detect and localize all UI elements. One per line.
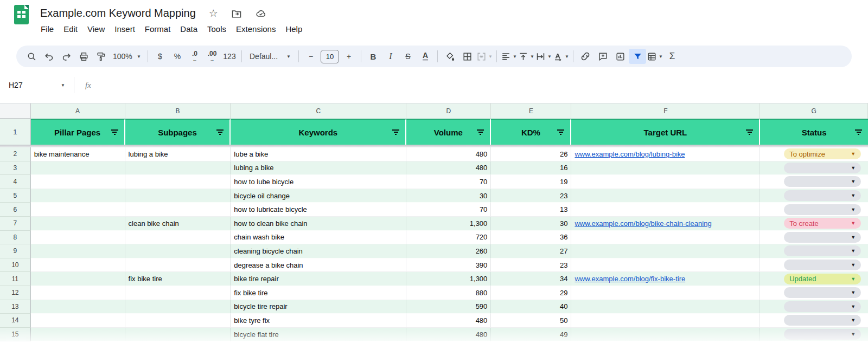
filter-button-icon[interactable] xyxy=(855,129,862,135)
keyword-cell[interactable]: lubing a bike xyxy=(231,161,406,176)
target-url-cell[interactable]: www.example.com/blog/bike-chain-cleaning xyxy=(571,217,760,231)
status-pill[interactable]: ▼ xyxy=(784,301,861,312)
target-url-cell[interactable] xyxy=(571,203,760,217)
status-pill[interactable]: ▼ xyxy=(784,315,861,326)
status-pill[interactable]: ▼ xyxy=(784,204,861,215)
status-cell[interactable]: ▼ xyxy=(760,189,868,203)
menu-insert[interactable]: Insert xyxy=(110,23,140,35)
menu-help[interactable]: Help xyxy=(280,23,307,35)
volume-cell[interactable]: 1,300 xyxy=(406,217,491,231)
paint-format-icon[interactable] xyxy=(92,49,110,64)
percent-format-button[interactable]: % xyxy=(169,49,186,64)
row-header-6[interactable]: 6 xyxy=(0,203,31,217)
status-dropdown-icon[interactable]: ▼ xyxy=(851,207,856,212)
status-pill[interactable]: ▼ xyxy=(784,287,861,298)
keyword-cell[interactable]: bicycle tire repair xyxy=(231,300,406,314)
header-cell-volume[interactable]: Volume xyxy=(406,119,491,145)
keyword-cell[interactable]: bicycle flat tire xyxy=(231,328,406,342)
kd-cell[interactable]: 34 xyxy=(491,272,571,286)
table-icon[interactable]: ▼ xyxy=(646,49,663,64)
status-pill[interactable]: ▼ xyxy=(784,245,861,256)
volume-cell[interactable]: 480 xyxy=(406,314,491,328)
subpage-cell[interactable] xyxy=(125,244,231,258)
status-cell[interactable]: ▼ xyxy=(760,203,868,217)
pillar-cell[interactable] xyxy=(31,231,125,245)
subpage-cell[interactable] xyxy=(125,203,231,217)
search-icon[interactable] xyxy=(23,49,40,64)
functions-button[interactable]: Σ xyxy=(663,49,681,64)
text-wrap-icon[interactable]: ▼ xyxy=(535,49,552,64)
kd-cell[interactable]: 27 xyxy=(491,244,571,258)
increase-font-size-button[interactable]: + xyxy=(340,49,358,64)
status-cell[interactable]: To optimize▼ xyxy=(760,147,868,161)
target-url-cell[interactable]: www.example.com/blog/fix-bike-tire xyxy=(571,272,760,286)
kd-cell[interactable]: 26 xyxy=(491,147,571,161)
volume-cell[interactable]: 480 xyxy=(406,147,491,161)
column-letter-e[interactable]: E xyxy=(491,103,571,119)
status-dropdown-icon[interactable]: ▼ xyxy=(851,276,856,282)
kd-cell[interactable]: 23 xyxy=(491,189,571,203)
status-cell[interactable]: ▼ xyxy=(760,244,868,258)
volume-cell[interactable]: 260 xyxy=(406,244,491,258)
status-dropdown-icon[interactable]: ▼ xyxy=(851,179,856,184)
status-cell[interactable]: ▼ xyxy=(760,258,868,273)
status-cell[interactable]: ▼ xyxy=(760,314,868,328)
status-dropdown-icon[interactable]: ▼ xyxy=(851,248,856,254)
kd-cell[interactable]: 30 xyxy=(491,217,571,231)
status-dropdown-icon[interactable]: ▼ xyxy=(851,290,856,295)
decrease-decimal-button[interactable]: .0← xyxy=(186,49,203,64)
number-format-button[interactable]: 123 xyxy=(221,49,238,64)
formula-input[interactable] xyxy=(91,67,868,103)
target-url-link[interactable]: www.example.com/blog/fix-bike-tire xyxy=(575,275,685,283)
volume-cell[interactable]: 480 xyxy=(406,328,491,342)
status-pill[interactable]: To optimize▼ xyxy=(784,148,861,159)
target-url-cell[interactable] xyxy=(571,258,760,273)
sheets-logo[interactable] xyxy=(14,5,29,24)
status-cell[interactable]: Updated▼ xyxy=(760,272,868,286)
select-all-corner[interactable] xyxy=(0,103,31,119)
subpage-cell[interactable] xyxy=(125,175,231,189)
kd-cell[interactable]: 13 xyxy=(491,203,571,217)
menu-edit[interactable]: Edit xyxy=(59,23,82,35)
target-url-cell[interactable] xyxy=(571,175,760,189)
keyword-cell[interactable]: how to lube bicycle xyxy=(231,175,406,189)
volume-cell[interactable]: 480 xyxy=(406,161,491,176)
subpage-cell[interactable] xyxy=(125,161,231,176)
header-cell-status[interactable]: Status xyxy=(760,119,868,145)
pillar-cell[interactable] xyxy=(31,272,125,286)
pillar-cell[interactable] xyxy=(31,203,125,217)
status-cell[interactable]: ▼ xyxy=(760,300,868,314)
subpage-cell[interactable]: lubing a bike xyxy=(125,147,231,161)
keyword-cell[interactable]: bike tire repair xyxy=(231,272,406,286)
volume-cell[interactable]: 70 xyxy=(406,175,491,189)
horizontal-align-icon[interactable]: ▼ xyxy=(500,49,518,64)
row-header-15[interactable]: 15 xyxy=(0,328,31,342)
print-icon[interactable] xyxy=(75,49,92,64)
header-cell-pillar-pages[interactable]: Pillar Pages xyxy=(31,119,125,145)
menu-tools[interactable]: Tools xyxy=(202,23,231,35)
row-header-7[interactable]: 7 xyxy=(0,217,31,231)
menu-extensions[interactable]: Extensions xyxy=(231,23,280,35)
comment-icon[interactable] xyxy=(594,49,611,64)
keyword-cell[interactable]: bike tyre fix xyxy=(231,314,406,328)
status-pill[interactable]: ▼ xyxy=(784,176,861,187)
pillar-cell[interactable] xyxy=(31,189,125,203)
italic-button[interactable]: I xyxy=(382,49,399,64)
header-cell-keywords[interactable]: Keywords xyxy=(231,119,406,145)
status-pill[interactable]: Updated▼ xyxy=(784,274,861,284)
volume-cell[interactable]: 30 xyxy=(406,189,491,203)
status-cell[interactable]: ▼ xyxy=(760,231,868,245)
subpage-cell[interactable]: fix bike tire xyxy=(125,272,231,286)
header-cell-kd-[interactable]: KD% xyxy=(491,119,571,145)
borders-icon[interactable] xyxy=(458,49,476,64)
keyword-cell[interactable]: degrease a bike chain xyxy=(231,258,406,273)
keyword-cell[interactable]: how to lubricate bicycle xyxy=(231,203,406,217)
move-folder-icon[interactable] xyxy=(231,8,242,19)
strikethrough-button[interactable]: S xyxy=(399,49,417,64)
subpage-cell[interactable] xyxy=(125,189,231,203)
row-header[interactable]: 1 xyxy=(0,119,31,145)
status-cell[interactable]: ▼ xyxy=(760,161,868,176)
column-letter-g[interactable]: G xyxy=(760,103,868,119)
target-url-cell[interactable] xyxy=(571,314,760,328)
target-url-cell[interactable] xyxy=(571,244,760,258)
